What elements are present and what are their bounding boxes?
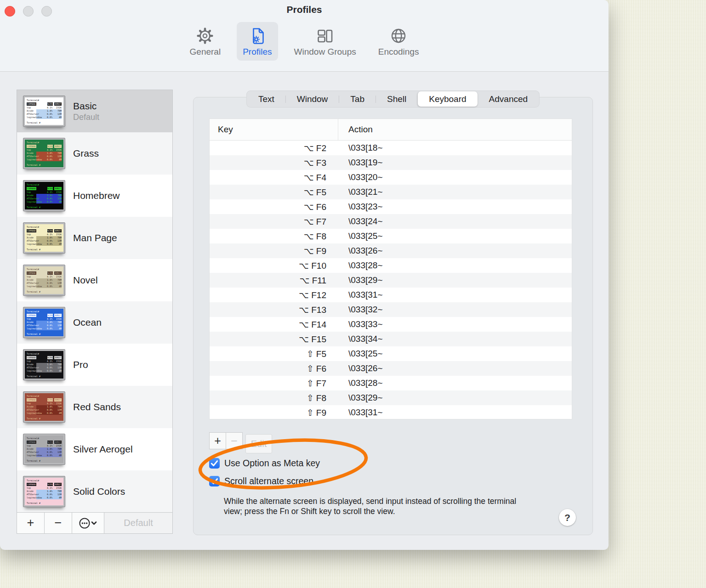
key-mapping-row[interactable]: ⌥ F13\033[32~ xyxy=(210,302,572,317)
preview-badge: %CPU xyxy=(47,356,53,359)
preview-footer: Terminal # xyxy=(27,206,62,209)
profile-text: Homebrew xyxy=(73,190,120,201)
help-button[interactable]: ? xyxy=(559,509,576,526)
key-mapping-row[interactable]: ⇧ F7\033[28~ xyxy=(210,376,572,390)
preview-row: top4.1%231K xyxy=(27,360,62,363)
profile-name: Novel xyxy=(73,275,98,286)
preview-badge: RPRVT xyxy=(54,314,62,317)
add-profile-button[interactable]: + xyxy=(17,513,45,533)
checkbox-use-option-as-meta-key[interactable]: Use Option as Meta key xyxy=(209,458,320,469)
tab-tab[interactable]: Tab xyxy=(339,91,376,107)
preview-header: COMMAND%CPURPRVT xyxy=(27,102,62,106)
preview-badge: %CPU xyxy=(47,314,53,317)
tab-window[interactable]: Window xyxy=(286,91,339,107)
terminal-preview: Terminal#COMMAND%CPURPRVTtop4.1%231KXcod… xyxy=(25,182,63,209)
key-mapping-row[interactable]: ⌥ F15\033[34~ xyxy=(210,332,572,346)
profile-name: Homebrew xyxy=(73,190,120,201)
profile-text: Pro xyxy=(73,359,88,370)
action-cell: \033[33~ xyxy=(338,319,383,329)
preview-row: top4.1%231K xyxy=(27,402,62,405)
preview-badge: RPRVT xyxy=(54,271,62,275)
sidebar-toolbar: + − Default xyxy=(17,512,172,533)
key-mappings-table[interactable]: Key Action ⌥ F2\033[18~⌥ F3\033[19~⌥ F4\… xyxy=(209,119,572,419)
preview-header: COMMAND%CPURPRVT xyxy=(27,187,62,190)
preview-row: loginwindow0.0%4M xyxy=(27,327,62,330)
profile-row-man-page[interactable]: Terminal#COMMAND%CPURPRVTtop4.1%231KXcod… xyxy=(17,217,172,259)
toolbar-item-encodings[interactable]: Encodings xyxy=(372,22,425,61)
profile-row-red-sands[interactable]: Terminal#COMMAND%CPURPRVTtop4.1%231KXcod… xyxy=(17,386,172,428)
preview-header: COMMAND%CPURPRVT xyxy=(27,229,62,232)
key-mapping-row[interactable]: ⌥ F4\033[20~ xyxy=(210,170,572,185)
preview-header: COMMAND%CPURPRVT xyxy=(27,145,62,148)
preview-row: ATSServer0.0%13M xyxy=(27,451,62,454)
default-button[interactable]: Default xyxy=(104,513,172,533)
window-groups-icon xyxy=(314,25,336,46)
profile-row-grass[interactable]: Terminal#COMMAND%CPURPRVTtop4.1%231KXcod… xyxy=(17,132,172,175)
remove-profile-button[interactable]: − xyxy=(45,513,72,533)
profile-text: Ocean xyxy=(73,317,102,328)
action-cell: \033[31~ xyxy=(338,407,383,418)
key-mapping-row[interactable]: ⇧ F5\033[25~ xyxy=(210,346,572,361)
edit-key-button[interactable]: Edit xyxy=(245,434,272,453)
profile-row-basic[interactable]: Terminal#COMMAND%CPURPRVTtop4.1%231KXcod… xyxy=(17,90,172,132)
toolbar-item-label: Encodings xyxy=(378,47,419,57)
toolbar-item-window-groups[interactable]: Window Groups xyxy=(288,22,362,61)
key-mapping-row[interactable]: ⌥ F11\033[29~ xyxy=(210,273,572,288)
key-mapping-row[interactable]: ⌥ F14\033[33~ xyxy=(210,317,572,332)
preview-badge: COMMAND xyxy=(27,314,36,317)
preview-row: loginwindow0.0%4M xyxy=(27,243,62,246)
preview-footer: Terminal # xyxy=(27,375,62,378)
profile-thumbnail: Terminal#COMMAND%CPURPRVTtop4.1%231KXcod… xyxy=(23,307,65,338)
checkbox-checked-icon[interactable] xyxy=(209,476,220,486)
remove-key-button[interactable]: − xyxy=(226,432,243,449)
key-mapping-row[interactable]: ⌥ F10\033[28~ xyxy=(210,258,572,273)
key-mapping-row[interactable]: ⌥ F2\033[18~ xyxy=(210,141,572,155)
profile-row-solid-colors[interactable]: Terminal#COMMAND%CPURPRVTtop4.1%231KXcod… xyxy=(17,470,172,513)
preview-row: ATSServer0.0%13M xyxy=(27,324,62,327)
key-mapping-row[interactable]: ⌥ F9\033[26~ xyxy=(210,243,572,258)
preview-title: Terminal# xyxy=(27,141,62,144)
preview-row: ATSServer0.0%13M xyxy=(27,282,62,285)
profile-default-badge: Default xyxy=(73,113,99,122)
checkbox-scroll-alternate-screen[interactable]: Scroll alternate screen xyxy=(209,476,320,486)
globe-icon xyxy=(388,25,409,46)
key-mapping-row[interactable]: ⌥ F6\033[23~ xyxy=(210,199,572,214)
preview-header: COMMAND%CPURPRVT xyxy=(27,483,62,486)
profile-name: Ocean xyxy=(73,317,102,328)
toolbar-item-profiles[interactable]: Profiles xyxy=(237,22,278,61)
profile-thumbnail: Terminal#COMMAND%CPURPRVTtop4.1%231KXcod… xyxy=(23,138,65,169)
key-mapping-row[interactable]: ⇧ F6\033[26~ xyxy=(210,361,572,376)
profile-row-homebrew[interactable]: Terminal#COMMAND%CPURPRVTtop4.1%231KXcod… xyxy=(17,175,172,217)
key-mapping-row[interactable]: ⌥ F8\033[25~ xyxy=(210,229,572,243)
profile-row-pro[interactable]: Terminal#COMMAND%CPURPRVTtop4.1%231KXcod… xyxy=(17,344,172,386)
key-cell: ⌥ F7 xyxy=(210,216,338,227)
key-mapping-row[interactable]: ⌥ F7\033[24~ xyxy=(210,214,572,229)
tab-shell[interactable]: Shell xyxy=(376,91,417,107)
key-mapping-row[interactable]: ⇧ F9\033[31~ xyxy=(210,405,572,419)
key-cell: ⇧ F9 xyxy=(210,407,338,418)
tab-keyboard[interactable]: Keyboard xyxy=(418,91,477,107)
add-key-button[interactable]: + xyxy=(209,432,226,449)
key-mapping-row[interactable]: ⌥ F3\033[19~ xyxy=(210,155,572,170)
terminal-preview: Terminal#COMMAND%CPURPRVTtop4.1%231KXcod… xyxy=(25,224,63,252)
profile-list[interactable]: Terminal#COMMAND%CPURPRVTtop4.1%231KXcod… xyxy=(17,90,172,513)
key-mapping-row[interactable]: ⌥ F12\033[31~ xyxy=(210,288,572,302)
key-cell: ⇧ F5 xyxy=(210,349,338,359)
profile-thumbnail: Terminal#COMMAND%CPURPRVTtop4.1%231KXcod… xyxy=(23,265,65,296)
tab-advanced[interactable]: Advanced xyxy=(478,91,539,107)
profile-row-novel[interactable]: Terminal#COMMAND%CPURPRVTtop4.1%231KXcod… xyxy=(17,259,172,301)
preview-row: Xcode1.4%78M xyxy=(27,278,62,282)
alternate-screen-help-text: While the alternate screen is displayed,… xyxy=(224,497,530,516)
tab-text[interactable]: Text xyxy=(247,91,285,107)
key-mapping-row[interactable]: ⇧ F8\033[29~ xyxy=(210,390,572,405)
checkbox-checked-icon[interactable] xyxy=(209,458,220,469)
profile-row-silver-aerogel[interactable]: Terminal#COMMAND%CPURPRVTtop4.1%231KXcod… xyxy=(17,428,172,470)
action-cell: \033[29~ xyxy=(338,275,383,285)
more-options-button[interactable] xyxy=(72,513,104,533)
preview-row: top4.1%231K xyxy=(27,486,62,490)
action-cell: \033[34~ xyxy=(338,334,383,344)
key-mapping-row[interactable]: ⌥ F5\033[21~ xyxy=(210,185,572,199)
profile-row-ocean[interactable]: Terminal#COMMAND%CPURPRVTtop4.1%231KXcod… xyxy=(17,301,172,344)
profile-name: Man Page xyxy=(73,232,117,243)
toolbar-item-general[interactable]: General xyxy=(184,22,227,61)
